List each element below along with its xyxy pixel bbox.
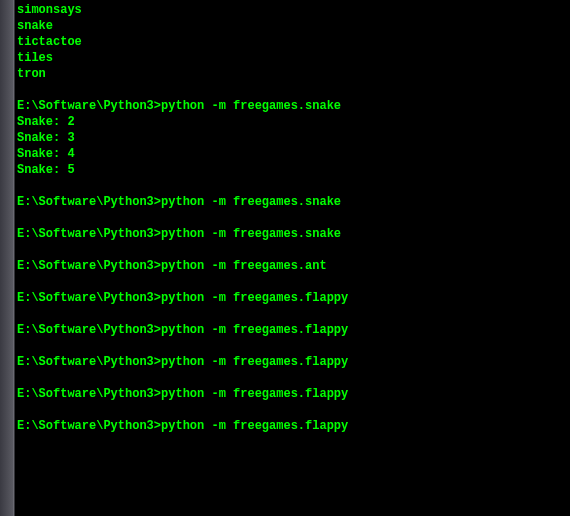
- command-text: python -m freegames.snake: [161, 195, 341, 209]
- blank-line: [17, 274, 568, 290]
- prompt: E:\Software\Python3>: [17, 355, 161, 369]
- listing-item: tron: [17, 66, 568, 82]
- prompt: E:\Software\Python3>: [17, 99, 161, 113]
- command-line: E:\Software\Python3>python -m freegames.…: [17, 386, 568, 402]
- command-line: E:\Software\Python3>python -m freegames.…: [17, 290, 568, 306]
- command-text: python -m freegames.flappy: [161, 419, 348, 433]
- command-text: python -m freegames.snake: [161, 227, 341, 241]
- output-line: Snake: 5: [17, 162, 568, 178]
- terminal[interactable]: simonsayssnaketictactoetilestronE:\Softw…: [15, 0, 570, 516]
- blank-line: [17, 434, 568, 450]
- prompt: E:\Software\Python3>: [17, 291, 161, 305]
- blank-line: [17, 242, 568, 258]
- window-left-edge: [0, 0, 14, 516]
- command-line: E:\Software\Python3>python -m freegames.…: [17, 418, 568, 434]
- output-line: Snake: 3: [17, 130, 568, 146]
- command-text: python -m freegames.snake: [161, 99, 341, 113]
- prompt: E:\Software\Python3>: [17, 195, 161, 209]
- prompt: E:\Software\Python3>: [17, 259, 161, 273]
- command-line: E:\Software\Python3>python -m freegames.…: [17, 226, 568, 242]
- blank-line: [17, 82, 568, 98]
- blank-line: [17, 338, 568, 354]
- listing-item: simonsays: [17, 2, 568, 18]
- command-text: python -m freegames.ant: [161, 259, 327, 273]
- command-line: E:\Software\Python3>python -m freegames.…: [17, 258, 568, 274]
- command-text: python -m freegames.flappy: [161, 323, 348, 337]
- blank-line: [17, 210, 568, 226]
- command-line: E:\Software\Python3>python -m freegames.…: [17, 194, 568, 210]
- command-text: python -m freegames.flappy: [161, 291, 348, 305]
- terminal-wrapper: simonsayssnaketictactoetilestronE:\Softw…: [14, 0, 570, 516]
- output-line: Snake: 4: [17, 146, 568, 162]
- command-text: python -m freegames.flappy: [161, 355, 348, 369]
- listing-item: tiles: [17, 50, 568, 66]
- prompt: E:\Software\Python3>: [17, 419, 161, 433]
- command-line: E:\Software\Python3>python -m freegames.…: [17, 322, 568, 338]
- command-line: E:\Software\Python3>python -m freegames.…: [17, 354, 568, 370]
- output-line: Snake: 2: [17, 114, 568, 130]
- prompt: E:\Software\Python3>: [17, 323, 161, 337]
- command-line: E:\Software\Python3>python -m freegames.…: [17, 98, 568, 114]
- blank-line: [17, 370, 568, 386]
- blank-line: [17, 402, 568, 418]
- listing-item: tictactoe: [17, 34, 568, 50]
- listing-item: snake: [17, 18, 568, 34]
- command-text: python -m freegames.flappy: [161, 387, 348, 401]
- prompt: E:\Software\Python3>: [17, 227, 161, 241]
- blank-line: [17, 178, 568, 194]
- blank-line: [17, 306, 568, 322]
- prompt: E:\Software\Python3>: [17, 387, 161, 401]
